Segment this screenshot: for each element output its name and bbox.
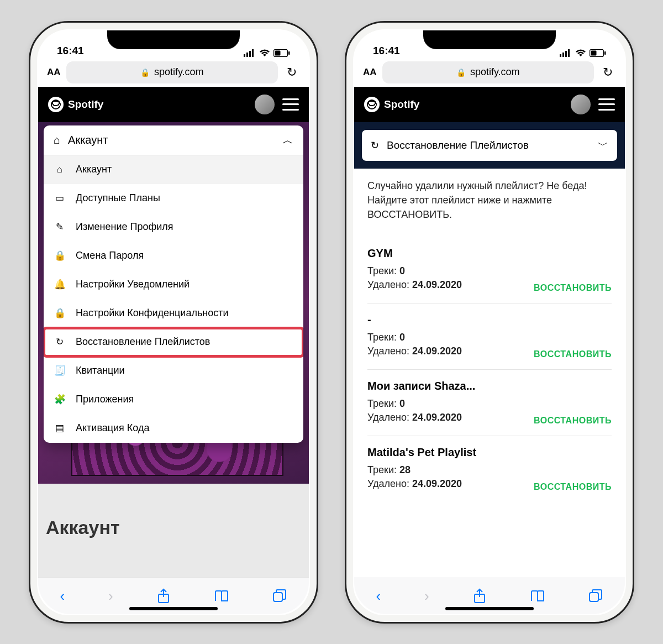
playlist-row: - Треки: 0 Удалено: 24.09.2020 ВОССТАНОВ… [367, 303, 612, 370]
spotify-brand: Spotify [384, 98, 419, 111]
code-icon: ▤ [54, 422, 66, 434]
svg-rect-1 [246, 53, 248, 57]
bookmarks-icon[interactable] [214, 589, 229, 603]
svg-rect-17 [590, 593, 598, 601]
tabs-icon[interactable] [272, 589, 287, 603]
url-field[interactable]: 🔒 spotify.com [66, 61, 278, 83]
home-indicator[interactable] [445, 607, 534, 610]
notch [423, 30, 556, 49]
menu-item-privacy[interactable]: 🔒 Настройки Конфиденциальности [44, 299, 303, 328]
browser-address-bar: AA 🔒 spotify.com ↻ [38, 58, 309, 87]
share-icon[interactable] [473, 588, 486, 604]
signal-icon [560, 49, 572, 57]
menu-item-label: Смена Пароля [76, 250, 144, 261]
lock-icon: 🔒 [54, 250, 66, 261]
svg-rect-8 [273, 593, 282, 601]
playlist-row: Мои записи Shaza... Треки: 0 Удалено: 24… [367, 370, 612, 436]
reload-icon[interactable]: ↻ [599, 65, 616, 80]
svg-rect-10 [562, 53, 564, 57]
menu-item-label: Приложения [76, 394, 134, 405]
back-button[interactable]: ‹ [60, 588, 65, 605]
svg-rect-9 [560, 54, 561, 57]
restore-button[interactable]: ВОССТАНОВИТЬ [534, 283, 612, 293]
spotify-logo[interactable]: Spotify [364, 97, 419, 112]
pencil-icon: ✎ [54, 221, 66, 233]
menu-item-label: Восстановление Плейлистов [76, 336, 210, 348]
svg-rect-0 [244, 54, 245, 57]
playlist-name: Matilda's Pet Playlist [367, 446, 612, 459]
status-time: 16:41 [373, 45, 400, 57]
back-button[interactable]: ‹ [376, 588, 381, 605]
receipt-icon: 🧾 [54, 365, 66, 376]
svg-rect-11 [565, 51, 567, 57]
bookmarks-icon[interactable] [530, 589, 545, 603]
section-selector[interactable]: ↻ Восстановление Плейлистов ﹀ [362, 130, 617, 161]
restore-button[interactable]: ВОССТАНОВИТЬ [534, 416, 612, 426]
menu-item-notifications[interactable]: 🔔 Настройки Уведомлений [44, 270, 303, 299]
chevron-up-icon: ︿ [282, 133, 293, 148]
menu-icon[interactable] [282, 98, 299, 111]
playlist-tracks: Треки: 28 [367, 464, 612, 476]
svg-rect-15 [604, 51, 606, 55]
spotify-logo-icon [364, 97, 380, 112]
svg-rect-2 [249, 51, 251, 57]
menu-item-account[interactable]: ⌂ Аккаунт [44, 155, 303, 184]
reload-icon[interactable]: ↻ [283, 65, 300, 80]
menu-item-apps[interactable]: 🧩 Приложения [44, 385, 303, 414]
playlist-tracks: Треки: 0 [367, 265, 612, 277]
share-icon[interactable] [157, 588, 170, 604]
dropdown-header[interactable]: ⌂ Аккаунт ︿ [44, 125, 303, 155]
restore-button[interactable]: ВОССТАНОВИТЬ [534, 349, 612, 359]
svg-rect-5 [275, 50, 281, 55]
menu-item-edit-profile[interactable]: ✎ Изменение Профиля [44, 213, 303, 242]
dropdown-header-label: Аккаунт [68, 134, 108, 146]
menu-item-label: Настройки Уведомлений [76, 279, 190, 290]
playlist-name: - [367, 313, 612, 326]
text-size-button[interactable]: AA [47, 67, 61, 78]
avatar[interactable] [571, 95, 591, 114]
menu-item-plans[interactable]: ▭ Доступные Планы [44, 184, 303, 213]
menu-item-label: Изменение Профиля [76, 221, 173, 233]
playlist-tracks: Треки: 0 [367, 398, 612, 410]
phone-right: 16:41 AA 🔒 spotify.com ↻ [345, 21, 634, 624]
menu-item-label: Активация Кода [76, 422, 149, 434]
spotify-logo-icon [48, 97, 64, 112]
url-field[interactable]: 🔒 spotify.com [382, 61, 594, 83]
menu-item-change-password[interactable]: 🔒 Смена Пароля [44, 242, 303, 270]
card-icon: ▭ [54, 192, 66, 204]
playlist-row: Matilda's Pet Playlist Треки: 28 Удалено… [367, 436, 612, 502]
home-icon: ⌂ [54, 164, 66, 175]
menu-item-receipts[interactable]: 🧾 Квитанции [44, 357, 303, 385]
menu-item-redeem-code[interactable]: ▤ Активация Кода [44, 414, 303, 443]
spotify-header: Spotify [354, 87, 625, 122]
restore-icon: ↻ [54, 336, 66, 348]
restore-button[interactable]: ВОССТАНОВИТЬ [534, 482, 612, 492]
section-title: Восстановление Плейлистов [387, 139, 529, 151]
lock-icon: 🔒 [456, 68, 466, 77]
text-size-button[interactable]: AA [363, 67, 377, 78]
intro-text: Случайно удалили нужный плейлист? Не бед… [367, 179, 612, 222]
home-indicator[interactable] [129, 607, 218, 610]
spotify-brand: Spotify [68, 98, 103, 111]
page-title: Аккаунт [38, 484, 309, 578]
svg-rect-3 [252, 49, 254, 57]
menu-item-label: Аккаунт [76, 164, 112, 175]
tabs-icon[interactable] [588, 589, 603, 603]
menu-item-label: Квитанции [76, 365, 125, 376]
menu-item-restore-playlists[interactable]: ↻ Восстановление Плейлистов [44, 328, 303, 357]
puzzle-icon: 🧩 [54, 394, 66, 405]
lock-icon: 🔒 [54, 307, 66, 319]
forward-button[interactable]: › [424, 588, 429, 605]
notch [107, 30, 240, 49]
forward-button[interactable]: › [108, 588, 113, 605]
battery-icon [590, 49, 606, 57]
playlist-row: GYM Треки: 0 Удалено: 24.09.2020 ВОССТАН… [367, 237, 612, 303]
menu-icon[interactable] [598, 98, 615, 111]
avatar[interactable] [255, 95, 275, 114]
signal-icon [244, 49, 256, 57]
svg-rect-6 [288, 51, 290, 55]
battery-icon [273, 49, 290, 57]
playlist-name: GYM [367, 247, 612, 260]
spotify-logo[interactable]: Spotify [48, 97, 103, 112]
url-text: spotify.com [470, 66, 520, 78]
